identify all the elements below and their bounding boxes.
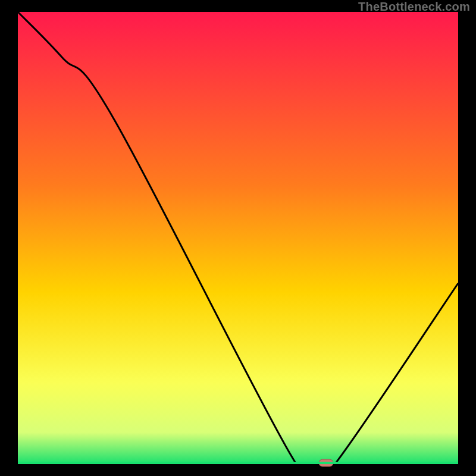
chart-svg	[0, 0, 476, 476]
baseline	[18, 462, 458, 464]
watermark-text: TheBottleneck.com	[358, 0, 470, 14]
figure-root: { "watermark": { "text": "TheBottleneck.…	[0, 0, 476, 476]
plot-background	[18, 12, 458, 464]
